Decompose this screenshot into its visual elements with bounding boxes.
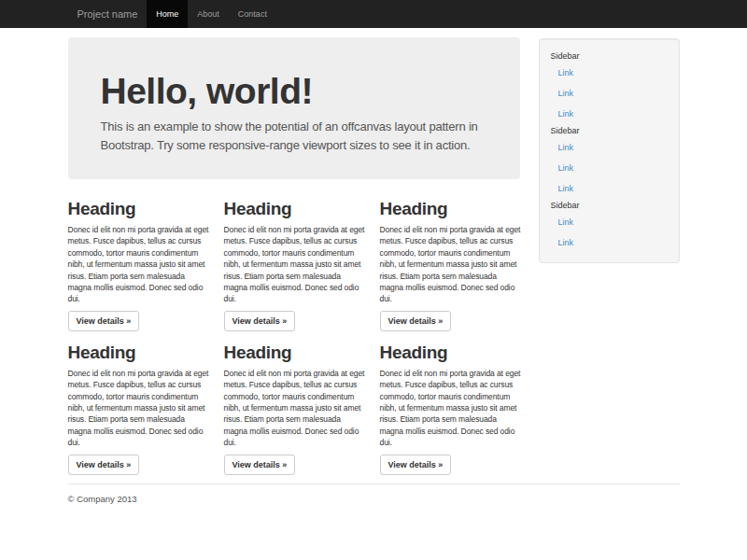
navbar-brand[interactable]: Project name xyxy=(68,0,148,28)
content-card: Heading Donec id elit non mi porta gravi… xyxy=(68,343,209,475)
page-container: Hello, world! This is an example to show… xyxy=(68,37,680,541)
cards-row-2: Heading Donec id elit non mi porta gravi… xyxy=(68,343,520,475)
nav-item-home[interactable]: Home xyxy=(147,0,188,28)
cards-row-1: Heading Donec id elit non mi porta gravi… xyxy=(68,199,520,331)
sidebar-link[interactable]: Link xyxy=(551,212,668,232)
copyright-text: © Company 2013 xyxy=(68,494,680,504)
card-heading: Heading xyxy=(380,343,521,362)
jumbotron-description: This is an example to show the potential… xyxy=(101,118,487,155)
card-body-text: Donec id elit non mi porta gravida at eg… xyxy=(224,368,365,449)
sidebar-link[interactable]: Link xyxy=(551,83,668,104)
sidebar-link[interactable]: Link xyxy=(551,104,668,124)
card-heading: Heading xyxy=(224,343,365,362)
view-details-button[interactable]: View details » xyxy=(68,311,140,331)
navbar: Project name HomeAboutContact xyxy=(0,0,747,28)
card-heading: Heading xyxy=(68,343,209,362)
sidebar-heading: Sidebar xyxy=(551,49,668,63)
card-body-text: Donec id elit non mi porta gravida at eg… xyxy=(380,368,521,449)
content-card: Heading Donec id elit non mi porta gravi… xyxy=(68,199,209,331)
content-card: Heading Donec id elit non mi porta gravi… xyxy=(224,199,365,331)
card-body-text: Donec id elit non mi porta gravida at eg… xyxy=(380,224,521,305)
sidebar-link[interactable]: Link xyxy=(551,178,668,199)
view-details-button[interactable]: View details » xyxy=(224,311,296,331)
content-card: Heading Donec id elit non mi porta gravi… xyxy=(380,343,521,475)
sidebar-link[interactable]: Link xyxy=(551,158,668,178)
card-heading: Heading xyxy=(380,199,521,218)
main-column: Hello, world! This is an example to show… xyxy=(68,37,520,475)
view-details-button[interactable]: View details » xyxy=(380,311,452,331)
navbar-container: Project name HomeAboutContact xyxy=(68,0,680,28)
content-card: Heading Donec id elit non mi porta gravi… xyxy=(224,343,365,475)
card-heading: Heading xyxy=(224,199,365,218)
jumbotron: Hello, world! This is an example to show… xyxy=(68,37,520,179)
page-footer: © Company 2013 xyxy=(68,484,680,541)
view-details-button[interactable]: View details » xyxy=(224,455,296,475)
view-details-button[interactable]: View details » xyxy=(68,455,140,475)
sidebar-link[interactable]: Link xyxy=(551,232,668,253)
card-body-text: Donec id elit non mi porta gravida at eg… xyxy=(224,224,365,305)
sidebar-well: SidebarLinkLinkLinkSidebarLinkLinkLinkSi… xyxy=(539,38,680,263)
navbar-menu: HomeAboutContact xyxy=(147,0,276,28)
content-card: Heading Donec id elit non mi porta gravi… xyxy=(380,199,521,331)
sidebar-link[interactable]: Link xyxy=(551,63,668,83)
nav-item-about[interactable]: About xyxy=(188,0,229,28)
sidebar-link[interactable]: Link xyxy=(551,137,668,158)
content-row: Hello, world! This is an example to show… xyxy=(68,37,680,475)
view-details-button[interactable]: View details » xyxy=(380,455,452,475)
page-title: Hello, world! xyxy=(101,72,487,110)
sidebar-heading: Sidebar xyxy=(551,199,668,212)
card-body-text: Donec id elit non mi porta gravida at eg… xyxy=(68,368,209,449)
nav-item-contact[interactable]: Contact xyxy=(229,0,276,28)
sidebar-heading: Sidebar xyxy=(551,124,668,137)
card-body-text: Donec id elit non mi porta gravida at eg… xyxy=(68,224,209,305)
card-heading: Heading xyxy=(68,199,209,218)
